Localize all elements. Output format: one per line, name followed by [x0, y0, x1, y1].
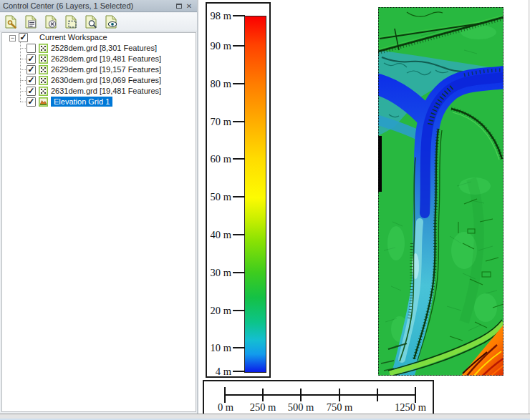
tree-row-layer[interactable]: 2528dem.grd [8,301 Features] [2, 43, 194, 54]
layer-label: 2630dem.grd [19,069 Features] [51, 75, 161, 86]
layer-checkbox[interactable]: ✓ [26, 65, 36, 74]
layer-metadata-icon [24, 14, 39, 29]
crop-layer-button[interactable] [62, 14, 80, 31]
application-window: Control Center (6 Layers, 1 Selected) ✕ [0, 0, 530, 420]
scale-tick [339, 389, 340, 401]
layer-label: 2628dem.grd [19,481 Features] [51, 54, 161, 64]
legend-tick [233, 196, 245, 197]
elevation-legend: 98 m 90 m 80 m 70 m 60 m 50 m 40 m 30 m … [206, 2, 271, 378]
legend-tick [233, 310, 245, 311]
legend-tick [233, 371, 245, 372]
scale-tick [415, 387, 416, 403]
legend-tick-label: 90 m [207, 40, 231, 52]
crop-layer-icon [64, 14, 80, 29]
scale-tick [262, 389, 264, 401]
control-center-titlebar[interactable]: Control Center (6 Layers, 1 Selected) ✕ [0, 0, 197, 12]
layer-options-button[interactable] [2, 14, 20, 31]
legend-tick [233, 45, 245, 47]
close-layer-icon [44, 14, 59, 29]
layer-tree: − ✓ Current Workspace 2528dem.grd [8,301… [2, 32, 196, 411]
workspace-label: Current Workspace [39, 32, 107, 43]
layer-checkbox[interactable]: ✓ [26, 97, 36, 107]
toggle-layer-visibility-button[interactable] [102, 14, 120, 31]
grid-layer-icon [39, 76, 48, 85]
eye-icon [104, 14, 120, 29]
scale-label: 250 m [250, 401, 276, 414]
layer-checkbox[interactable] [26, 44, 36, 53]
scale-tick [300, 389, 302, 401]
legend-tick-label: 20 m [207, 305, 231, 316]
legend-tick [233, 121, 245, 122]
grid-layer-icon [39, 65, 48, 74]
layer-label: 2631dem.grd [19,481 Features] [51, 86, 161, 97]
legend-tick [233, 347, 245, 348]
zoom-to-layer-icon [84, 14, 100, 29]
legend-tick-label: 30 m [207, 267, 231, 278]
layer-checkbox[interactable]: ✓ [26, 87, 36, 96]
tree-row-workspace[interactable]: − ✓ Current Workspace [2, 32, 194, 43]
scale-tick [377, 389, 378, 401]
elevation-map-canvas[interactable] [378, 7, 504, 376]
panel-title: Control Center (6 Layers, 1 Selected) [3, 1, 174, 10]
layer-label: 2629dem.grd [19,157 Features] [51, 64, 161, 75]
elevation-grid-icon [39, 97, 48, 107]
grid-layer-icon [39, 44, 48, 53]
workspace-checkbox[interactable]: ✓ [19, 33, 28, 42]
legend-tick [233, 272, 245, 273]
close-button[interactable]: ✕ [184, 1, 194, 11]
tree-row-layer[interactable]: ✓ 2631dem.grd [19,481 Features] [2, 86, 194, 97]
close-icon: ✕ [186, 2, 192, 10]
tree-row-elevation-grid[interactable]: ✓ Elevation Grid 1 [2, 97, 194, 107]
tree-row-layer[interactable]: ✓ 2628dem.grd [19,481 Features] [2, 54, 194, 64]
layer-options-icon [4, 14, 19, 29]
selected-layer-label: Elevation Grid 1 [51, 97, 112, 107]
layer-label: 2528dem.grd [8,301 Features] [51, 43, 157, 54]
maximize-icon [176, 4, 182, 9]
scale-label: 1250 m [395, 401, 426, 414]
legend-tick [233, 158, 245, 160]
close-layer-button[interactable] [42, 14, 60, 31]
legend-tick-label: 50 m [207, 191, 231, 202]
scale-label: 500 m [288, 401, 314, 414]
grid-layer-icon [39, 54, 48, 64]
zoom-to-layer-button[interactable] [82, 14, 100, 31]
legend-tick [233, 15, 245, 16]
legend-tick-label: 4 m [207, 366, 231, 377]
layer-checkbox[interactable]: ✓ [26, 54, 36, 64]
legend-tick-label: 98 m [207, 10, 231, 21]
map-scale-bar: 0 m 250 m 500 m 750 m 1250 m [203, 380, 434, 416]
legend-tick-label: 10 m [207, 342, 231, 353]
scale-tick [224, 387, 226, 403]
tree-row-layer[interactable]: ✓ 2629dem.grd [19,157 Features] [2, 64, 194, 75]
scale-label: 0 m [218, 401, 233, 414]
control-center-panel: Control Center (6 Layers, 1 Selected) ✕ [0, 0, 198, 414]
elevation-colorbar [244, 16, 266, 373]
tree-row-layer[interactable]: ✓ 2630dem.grd [19,069 Features] [2, 75, 194, 86]
layer-metadata-button[interactable] [22, 14, 40, 31]
window-bottom-edge [0, 414, 530, 420]
legend-tick-label: 40 m [207, 229, 231, 240]
legend-tick-label: 60 m [207, 153, 231, 165]
scale-line [224, 394, 416, 396]
legend-tick [233, 234, 245, 235]
grid-layer-icon [39, 87, 48, 96]
layer-checkbox[interactable]: ✓ [26, 76, 36, 85]
control-center-toolbar [0, 13, 197, 31]
maximize-button[interactable] [174, 1, 184, 11]
collapse-expander-icon[interactable]: − [9, 35, 16, 41]
scale-label: 750 m [327, 401, 353, 414]
legend-tick-label: 70 m [207, 116, 231, 127]
legend-tick-label: 80 m [207, 78, 231, 89]
legend-tick [233, 83, 245, 84]
